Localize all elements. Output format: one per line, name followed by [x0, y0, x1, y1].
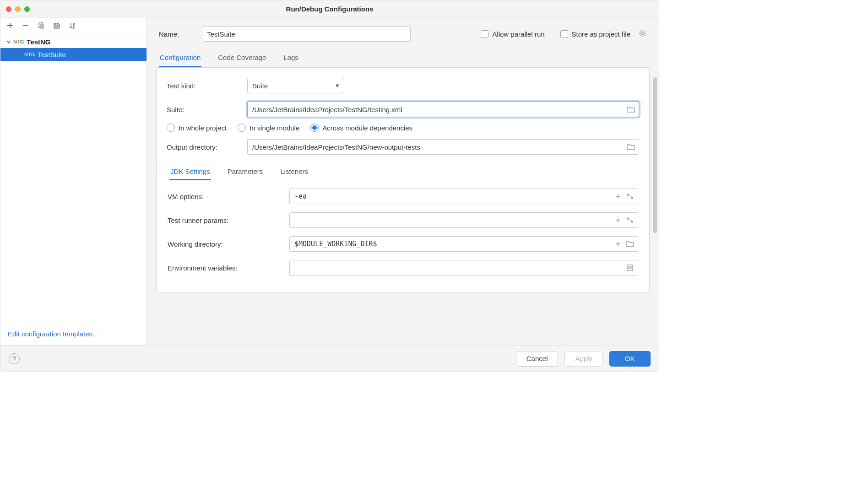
- suite-path-input[interactable]: [247, 102, 639, 117]
- vm-options-input[interactable]: [289, 189, 638, 204]
- remove-config-button[interactable]: [21, 21, 31, 31]
- test-kind-label: Test kind:: [167, 82, 247, 90]
- browse-folder-icon[interactable]: [626, 142, 635, 151]
- svg-rect-1: [40, 24, 44, 29]
- list-icon[interactable]: [625, 263, 635, 272]
- expand-icon[interactable]: [625, 216, 635, 225]
- add-config-button[interactable]: [5, 21, 15, 31]
- save-config-button[interactable]: [52, 21, 62, 31]
- tab-logs[interactable]: Logs: [282, 48, 299, 67]
- minimize-window-button[interactable]: [15, 6, 21, 12]
- test-kind-select[interactable]: Suite ▾: [247, 78, 344, 93]
- sort-config-button[interactable]: az: [67, 21, 77, 31]
- cancel-button[interactable]: Cancel: [516, 351, 559, 367]
- output-dir-label: Output directory:: [167, 143, 247, 151]
- allow-parallel-input[interactable]: [481, 30, 488, 38]
- close-window-button[interactable]: [6, 6, 11, 12]
- store-project-input[interactable]: [560, 30, 568, 38]
- window-controls: [6, 6, 30, 12]
- store-project-label: Store as project file: [572, 30, 630, 38]
- copy-config-button[interactable]: [36, 21, 46, 31]
- subtab-jdk-settings[interactable]: JDK Settings: [169, 163, 211, 180]
- main-tabs: Configuration Code Coverage Logs: [156, 48, 650, 67]
- name-label: Name:: [159, 30, 195, 38]
- svg-point-5: [641, 32, 644, 35]
- allow-parallel-label: Allow parallel run: [492, 30, 544, 38]
- tab-code-coverage[interactable]: Code Coverage: [217, 48, 267, 67]
- sidebar-toolbar: az: [0, 18, 146, 33]
- svg-text:a: a: [73, 22, 75, 26]
- subtab-listeners[interactable]: Listeners: [279, 163, 309, 180]
- config-group-testng[interactable]: NTG TestNG: [0, 35, 146, 48]
- window-title: Run/Debug Configurations: [286, 5, 374, 13]
- main-panel: Name: Allow parallel run Store as projec…: [147, 18, 659, 345]
- svg-text:z: z: [73, 26, 75, 29]
- name-input[interactable]: [202, 26, 411, 42]
- svg-rect-2: [55, 23, 58, 25]
- output-dir-input[interactable]: [247, 139, 639, 155]
- help-button[interactable]: ?: [9, 353, 20, 364]
- chevron-down-icon: ▾: [336, 81, 339, 90]
- config-item-label: TestSuite: [38, 51, 66, 59]
- config-item-testsuite[interactable]: NTG TestSuite: [0, 48, 146, 61]
- insert-macro-icon[interactable]: [613, 239, 623, 248]
- working-dir-input[interactable]: [289, 236, 638, 252]
- insert-macro-icon[interactable]: [613, 216, 623, 225]
- expand-icon[interactable]: [625, 192, 635, 201]
- browse-folder-icon[interactable]: [625, 239, 635, 248]
- testng-icon: NTG: [13, 39, 24, 44]
- name-row: Name: Allow parallel run Store as projec…: [147, 18, 659, 45]
- zoom-window-button[interactable]: [24, 6, 30, 12]
- subtab-parameters[interactable]: Parameters: [227, 163, 264, 180]
- browse-folder-icon[interactable]: [626, 105, 635, 114]
- config-tree: NTG TestNG NTG TestSuite: [0, 33, 146, 324]
- scrollbar[interactable]: [653, 77, 657, 233]
- allow-parallel-checkbox[interactable]: Allow parallel run: [481, 30, 544, 38]
- sub-tabs: JDK Settings Parameters Listeners: [167, 161, 639, 180]
- titlebar: Run/Debug Configurations: [0, 0, 659, 18]
- ok-button[interactable]: OK: [609, 351, 651, 367]
- radio-across-deps[interactable]: Across module dependencies: [310, 124, 412, 132]
- radio-whole-project[interactable]: In whole project: [167, 124, 227, 132]
- testng-icon: NTG: [24, 52, 35, 57]
- test-kind-value: Suite: [252, 82, 268, 90]
- run-debug-config-window: Run/Debug Configurations az: [0, 0, 659, 372]
- configurations-sidebar: az NTG TestNG NTG TestSuite Edit: [0, 18, 147, 345]
- suite-label: Suite:: [167, 106, 247, 113]
- edit-templates-link[interactable]: Edit configuration templates…: [8, 330, 99, 338]
- apply-button[interactable]: Apply: [564, 351, 603, 367]
- chevron-down-icon: [6, 38, 12, 45]
- radio-single-module[interactable]: In single module: [238, 124, 299, 132]
- gear-icon[interactable]: [639, 29, 647, 39]
- runner-params-input[interactable]: [289, 212, 638, 228]
- config-group-label: TestNG: [27, 38, 50, 46]
- search-scope-group: In whole project In single module Across…: [167, 124, 639, 132]
- dialog-footer: ? Cancel Apply OK: [0, 345, 659, 372]
- env-vars-input[interactable]: [289, 260, 638, 275]
- tab-configuration[interactable]: Configuration: [159, 48, 201, 67]
- insert-macro-icon[interactable]: [613, 192, 623, 201]
- store-project-checkbox[interactable]: Store as project file: [560, 30, 630, 38]
